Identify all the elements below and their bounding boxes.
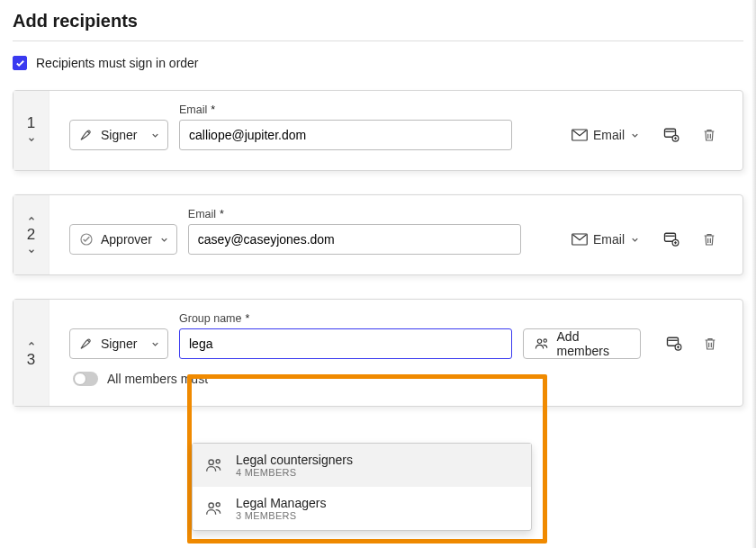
delete-button[interactable] bbox=[696, 120, 723, 150]
group-icon bbox=[205, 500, 223, 517]
role-select[interactable]: Signer bbox=[69, 328, 168, 359]
customize-icon bbox=[666, 336, 682, 352]
email-field[interactable] bbox=[179, 120, 512, 150]
delivery-select[interactable]: Email bbox=[564, 120, 647, 150]
settings-button[interactable] bbox=[658, 120, 685, 150]
svg-point-14 bbox=[216, 503, 220, 507]
group-name-label: Group name bbox=[179, 312, 241, 325]
sign-order-checkbox[interactable] bbox=[13, 56, 27, 70]
required-asterisk: * bbox=[211, 103, 215, 116]
check-icon bbox=[15, 58, 25, 68]
recipient-row: 3 Signer Group name * bbox=[13, 299, 743, 407]
chevron-down-icon[interactable] bbox=[27, 247, 36, 256]
add-members-label: Add members bbox=[557, 329, 629, 358]
chevron-down-icon[interactable] bbox=[27, 135, 36, 144]
required-asterisk: * bbox=[220, 208, 224, 220]
role-select[interactable]: Approver bbox=[69, 224, 177, 255]
role-label: Signer bbox=[101, 337, 137, 351]
order-handle[interactable]: 2 bbox=[14, 195, 50, 274]
pen-icon bbox=[79, 128, 94, 142]
role-label: Signer bbox=[101, 128, 137, 142]
svg-point-12 bbox=[216, 460, 220, 463]
suggestion-item[interactable]: Legal countersigners 4 MEMBERS bbox=[193, 444, 531, 487]
suggestion-name: Legal countersigners bbox=[236, 453, 353, 467]
delete-button[interactable] bbox=[698, 328, 723, 359]
role-label: Approver bbox=[101, 232, 152, 247]
order-number: 1 bbox=[27, 114, 35, 132]
chevron-down-icon bbox=[159, 235, 169, 245]
svg-point-8 bbox=[544, 339, 546, 342]
settings-button[interactable] bbox=[658, 224, 685, 255]
mail-icon bbox=[572, 129, 588, 141]
email-label: Email bbox=[188, 208, 216, 220]
customize-icon bbox=[663, 231, 680, 247]
svg-point-11 bbox=[209, 460, 213, 464]
delivery-label: Email bbox=[593, 128, 625, 142]
customize-icon bbox=[663, 127, 680, 143]
svg-point-13 bbox=[209, 503, 213, 508]
role-select[interactable]: Signer bbox=[69, 120, 168, 150]
check-circle-icon bbox=[79, 232, 94, 247]
suggestion-meta: 4 MEMBERS bbox=[236, 467, 353, 478]
pen-icon bbox=[79, 337, 94, 351]
email-field[interactable] bbox=[188, 224, 521, 255]
trash-icon bbox=[702, 231, 716, 247]
add-members-button[interactable]: Add members bbox=[523, 328, 641, 359]
recipient-row: 1 Signer Email * bbox=[13, 90, 743, 171]
divider bbox=[13, 40, 743, 41]
all-members-label: All members must bbox=[107, 372, 208, 386]
delivery-label: Email bbox=[593, 232, 625, 247]
delivery-select[interactable]: Email bbox=[564, 224, 647, 255]
order-number: 2 bbox=[27, 226, 35, 244]
settings-button[interactable] bbox=[662, 328, 688, 359]
trash-icon bbox=[703, 336, 717, 352]
suggestion-item[interactable]: Legal Managers 3 MEMBERS bbox=[193, 487, 531, 530]
order-handle[interactable]: 3 bbox=[14, 300, 50, 406]
all-members-toggle[interactable] bbox=[73, 372, 98, 386]
group-name-field[interactable] bbox=[179, 328, 512, 359]
delete-button[interactable] bbox=[696, 224, 723, 255]
group-icon bbox=[535, 337, 550, 351]
order-handle[interactable]: 1 bbox=[14, 91, 50, 170]
chevron-down-icon bbox=[630, 130, 640, 140]
suggestion-meta: 3 MEMBERS bbox=[236, 510, 326, 521]
group-suggestions-dropdown: Legal countersigners 4 MEMBERS Legal Man… bbox=[192, 443, 532, 531]
chevron-down-icon bbox=[150, 130, 160, 140]
chevron-down-icon bbox=[630, 235, 640, 245]
page-title: Add recipients bbox=[13, 11, 743, 31]
sign-order-label: Recipients must sign in order bbox=[36, 56, 199, 70]
group-icon bbox=[205, 457, 223, 473]
recipient-row: 2 Approver Email * bbox=[13, 194, 743, 275]
chevron-up-icon[interactable] bbox=[27, 214, 36, 223]
suggestion-name: Legal Managers bbox=[236, 496, 326, 510]
mail-icon bbox=[572, 233, 588, 246]
chevron-down-icon bbox=[150, 339, 160, 349]
order-number: 3 bbox=[27, 351, 35, 369]
email-label: Email bbox=[179, 103, 207, 116]
svg-point-7 bbox=[537, 339, 541, 343]
trash-icon bbox=[702, 127, 716, 143]
chevron-up-icon[interactable] bbox=[27, 339, 36, 348]
required-asterisk: * bbox=[245, 312, 249, 325]
